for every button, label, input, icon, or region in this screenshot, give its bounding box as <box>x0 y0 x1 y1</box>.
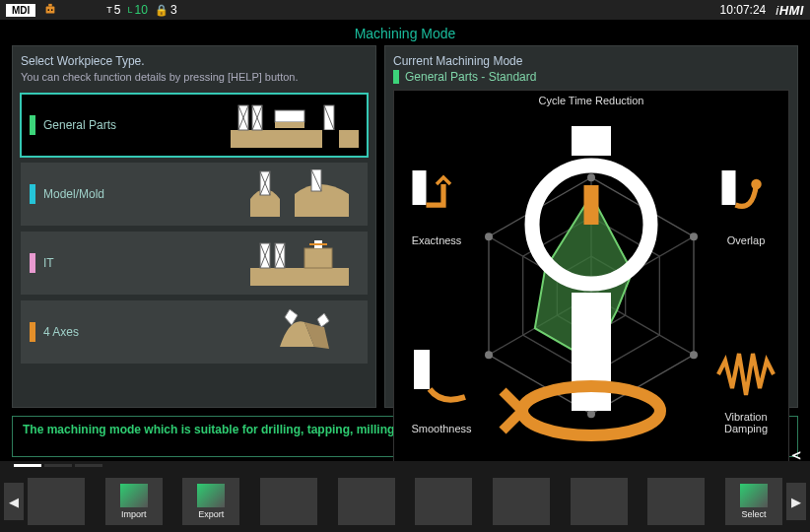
svg-rect-15 <box>250 268 349 286</box>
pager <box>0 461 810 471</box>
vibration-icon <box>711 340 780 409</box>
brand-logo: iHMI <box>776 3 804 18</box>
softkey-icon <box>42 489 70 512</box>
softkey-icon <box>120 484 148 507</box>
softkey-nav-left[interactable]: ◀ <box>4 483 24 520</box>
softkey-blank-8[interactable] <box>647 478 705 525</box>
softkey-icon <box>585 489 613 512</box>
workpiece-label: Model/Mold <box>43 187 231 201</box>
softkey-export[interactable]: Export <box>182 478 239 525</box>
color-tag <box>30 184 35 204</box>
softkey-label: Select <box>741 509 766 519</box>
softkey-blank-3[interactable] <box>260 478 317 525</box>
svg-rect-1 <box>49 4 53 7</box>
top-bar: MDI T5 L10 🔒3 10:07:24 iHMI <box>0 0 810 20</box>
softkey-blank-4[interactable] <box>338 478 395 525</box>
workpiece-label: 4 Axes <box>43 325 231 339</box>
workpiece-list: General Parts Model/Mold <box>21 94 368 399</box>
svg-point-39 <box>485 351 493 359</box>
workpiece-label: General Parts <box>43 118 231 132</box>
svg-rect-7 <box>275 110 304 122</box>
svg-rect-8 <box>275 122 304 128</box>
workpiece-sub: You can check function details by pressi… <box>21 70 368 84</box>
workpiece-label: IT <box>43 256 231 270</box>
svg-point-36 <box>690 233 698 240</box>
softkey-icon <box>275 489 303 512</box>
mode-badge: MDI <box>6 4 35 17</box>
softkey-bar: ＜ ◀ ImportExportSelect ▶ <box>0 461 810 532</box>
svg-rect-11 <box>314 130 322 148</box>
svg-rect-28 <box>413 170 427 205</box>
svg-point-24 <box>751 179 762 190</box>
mode-name-text: General Parts - Standard <box>405 70 536 84</box>
robot-icon <box>43 3 57 17</box>
axis-overlap: Overlap <box>711 164 780 246</box>
softkey-import[interactable]: Import <box>105 478 163 525</box>
mode-color-tag <box>393 70 399 84</box>
tapping-icon <box>493 273 690 470</box>
svg-rect-21 <box>572 126 611 156</box>
workpiece-item-model-mold[interactable]: Model/Mold <box>21 163 368 226</box>
softkey-blank-5[interactable] <box>415 478 472 525</box>
svg-rect-27 <box>414 350 430 389</box>
color-tag <box>30 322 35 342</box>
svg-point-3 <box>51 9 53 11</box>
svg-point-40 <box>485 233 493 240</box>
svg-rect-12 <box>339 130 359 148</box>
current-mode-panel: Current Machining Mode General Parts - S… <box>384 45 798 408</box>
svg-rect-23 <box>722 170 736 205</box>
softkey-blank-7[interactable] <box>571 478 628 525</box>
svg-point-2 <box>48 9 50 11</box>
softkey-icon <box>507 489 535 512</box>
axis-vibration: Vibration Damping <box>711 340 780 434</box>
clock: 10:07:24 <box>720 3 767 17</box>
axis-tapping: Tapping Speed <box>493 273 690 484</box>
softkey-icon <box>662 489 690 512</box>
tool-status: T5 L10 🔒3 <box>106 3 176 17</box>
softkey-label: Export <box>198 509 224 519</box>
softkey-icon <box>197 484 225 507</box>
softkey-icon <box>740 484 768 507</box>
current-mode-header: Current Machining Mode <box>393 54 789 68</box>
svg-rect-18 <box>304 248 332 268</box>
workpiece-item-it[interactable]: IT <box>21 232 368 295</box>
softkey-blank-0[interactable] <box>28 478 85 525</box>
softkey-label: Import <box>121 509 147 519</box>
radar-chart: Cycle Time Reduction Overlap Vibration D… <box>393 90 789 489</box>
lock-icon: 🔒 <box>155 4 169 17</box>
softkey-select[interactable]: Select <box>725 478 782 525</box>
softkey-nav-right[interactable]: ▶ <box>786 483 806 520</box>
current-mode-name: General Parts - Standard <box>393 70 789 84</box>
svg-rect-25 <box>572 293 611 411</box>
workpiece-panel: Select Workpiece Type. You can check fun… <box>12 45 376 408</box>
softkey-icon <box>430 489 457 512</box>
workpiece-header: Select Workpiece Type. <box>21 54 368 68</box>
it-icon <box>231 238 359 288</box>
workpiece-item-general-parts[interactable]: General Parts <box>21 94 368 157</box>
smoothness-icon <box>402 342 481 421</box>
drilling-milling-icon <box>231 100 359 150</box>
axes-icon <box>231 307 359 357</box>
overlap-icon <box>711 164 780 233</box>
svg-rect-0 <box>46 7 55 14</box>
axis-smoothness: Smoothness <box>402 342 481 434</box>
exactness-icon <box>402 164 471 233</box>
color-tag <box>30 253 35 273</box>
page-title: Machining Mode <box>0 20 810 45</box>
workpiece-item-4-axes[interactable]: 4 Axes <box>21 300 368 364</box>
axis-exactness: Exactness <box>402 164 471 246</box>
mold-icon <box>231 169 359 219</box>
color-tag <box>30 115 35 135</box>
softkey-icon <box>353 489 380 512</box>
back-chevron[interactable]: ＜ <box>788 445 804 466</box>
svg-point-37 <box>690 351 698 359</box>
softkey-blank-6[interactable] <box>493 478 550 525</box>
